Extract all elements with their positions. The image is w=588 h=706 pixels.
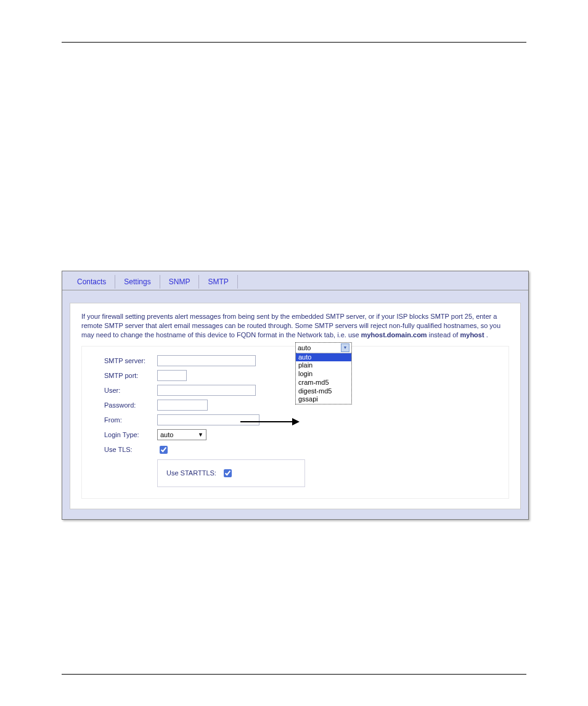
dropdown-option-cram-md5[interactable]: cram-md5 (296, 379, 351, 387)
checkbox-use-starttls[interactable] (224, 469, 232, 477)
page-bottom-rule (62, 674, 526, 675)
select-login-type[interactable]: auto ▼ (157, 429, 206, 440)
label-smtp-server: SMTP server: (104, 357, 157, 364)
tab-bar: Contacts Settings SNMP SMTP (62, 271, 528, 289)
tab-snmp[interactable]: SNMP (160, 275, 200, 289)
select-login-type-value: auto (160, 431, 173, 438)
page-top-rule (62, 42, 526, 43)
info-text-part3: . (484, 331, 488, 339)
label-smtp-port: SMTP port: (104, 372, 157, 379)
smtp-inner-panel: If your firewall setting prevents alert … (70, 303, 521, 509)
smtp-config-panel: Contacts Settings SNMP SMTP If your fire… (62, 271, 529, 520)
dropdown-option-gssapi[interactable]: gssapi (296, 395, 351, 404)
dropdown-option-plain[interactable]: plain (296, 361, 351, 370)
dropdown-header[interactable]: auto ▾ (296, 343, 351, 353)
checkbox-use-tls[interactable] (160, 446, 168, 454)
row-use-tls: Use TLS: (104, 444, 497, 456)
info-bold-host1: myhost.domain.com (361, 331, 427, 339)
label-login-type: Login Type: (104, 431, 157, 438)
tab-smtp[interactable]: SMTP (199, 275, 237, 289)
smtp-form: SMTP server: SMTP port: User: Password: (81, 346, 509, 499)
info-text-part2: instead of (427, 331, 460, 339)
label-password: Password: (104, 401, 157, 409)
dropdown-option-auto[interactable]: auto (296, 353, 351, 362)
chevron-down-icon[interactable]: ▾ (341, 343, 349, 352)
input-user[interactable] (157, 385, 256, 396)
row-login-type: Login Type: auto ▼ (104, 429, 497, 440)
row-from: From: (104, 414, 497, 425)
input-smtp-port[interactable] (157, 370, 187, 381)
tab-settings[interactable]: Settings (115, 275, 160, 289)
dropdown-selected-display: auto (298, 344, 311, 351)
starttls-box: Use STARTTLS: (157, 459, 305, 487)
label-use-starttls: Use STARTTLS: (166, 469, 216, 477)
dropdown-option-digest-md5[interactable]: digest-md5 (296, 387, 351, 396)
label-from: From: (104, 416, 157, 424)
input-password[interactable] (157, 400, 208, 411)
info-text: If your firewall setting prevents alert … (81, 312, 509, 340)
chevron-down-icon: ▼ (198, 432, 203, 438)
tab-underline (62, 290, 528, 290)
label-user: User: (104, 387, 157, 394)
input-smtp-server[interactable] (157, 355, 256, 366)
tab-contacts[interactable]: Contacts (68, 275, 115, 289)
label-use-tls: Use TLS: (104, 446, 157, 453)
login-type-dropdown-open[interactable]: auto ▾ auto plain login cram-md5 digest-… (295, 342, 352, 405)
input-from[interactable] (157, 414, 259, 425)
document-page: Contacts Settings SNMP SMTP If your fire… (0, 42, 588, 675)
info-bold-host2: myhost (460, 331, 484, 339)
dropdown-option-login[interactable]: login (296, 370, 351, 379)
